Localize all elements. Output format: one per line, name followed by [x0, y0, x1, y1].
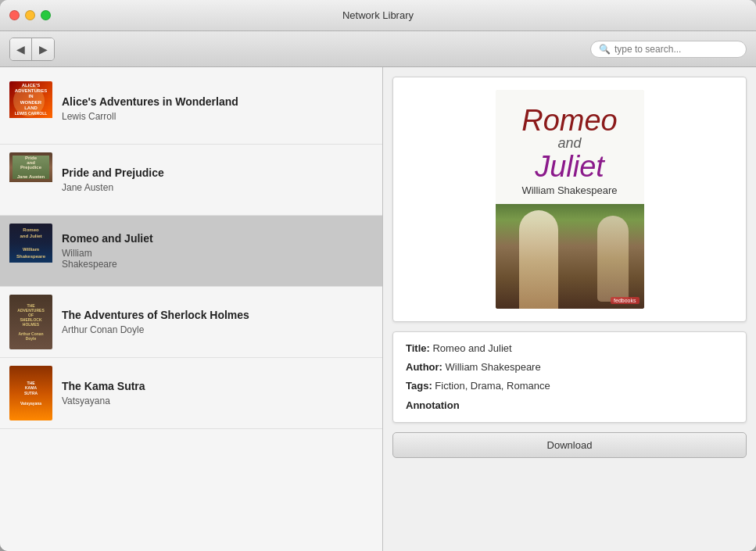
annotation-label: Annotation	[406, 399, 460, 411]
romeo-title: Romeo	[508, 106, 632, 135]
book-author: Jane Austen	[62, 182, 373, 193]
book-info: Pride and Prejudice Jane Austen	[62, 166, 373, 193]
detail-tags-row: Tags: Fiction, Drama, Romance	[406, 379, 733, 393]
book-info: The Kama Sutra Vatsyayana	[62, 380, 373, 406]
book-author: Vatsyayana	[62, 395, 373, 406]
search-icon: 🔍	[599, 44, 611, 55]
book-title: The Kama Sutra	[62, 380, 373, 392]
book-cover-romeo: Romeoand JulietWilliamShakespeare	[9, 224, 52, 278]
title-value: Romeo and Juliet	[432, 342, 511, 354]
book-info: Alice's Adventures in Wonderland Lewis C…	[62, 95, 373, 122]
close-button[interactable]	[9, 10, 20, 20]
search-box: 🔍	[590, 41, 747, 58]
book-author: Lewis Carroll	[62, 111, 373, 122]
book-info: The Adventures of Sherlock Holmes Arthur…	[62, 309, 373, 335]
preview-cover: Romeo and Juliet William Shakespeare fed…	[496, 90, 644, 309]
book-author: WilliamShakespeare	[62, 248, 373, 270]
book-cover-kama: THEKAMASUTRAVatsyayana	[9, 366, 52, 420]
titlebar-buttons	[9, 10, 51, 20]
preview-author: William Shakespeare	[508, 184, 632, 196]
tags-label: Tags:	[406, 380, 432, 392]
romeo-top: Romeo and Juliet William Shakespeare	[496, 90, 644, 204]
fedbooks-badge: fedbooks	[611, 297, 639, 304]
book-cover-alice: ALICE'SADVENTURESINWONDERLANDLEWIS CARRO…	[9, 81, 52, 136]
list-item[interactable]: THEADVENTURESOFSHERLOCKHOLMESArthur Cona…	[0, 287, 382, 358]
juliet-title: Juliet	[508, 152, 632, 181]
search-input[interactable]	[614, 44, 738, 55]
back-button[interactable]: ◀	[10, 38, 32, 60]
nav-buttons: ◀ ▶	[9, 38, 55, 61]
book-cover-sherlock: THEADVENTURESOFSHERLOCKHOLMESArthur Cona…	[9, 295, 52, 349]
book-title: Alice's Adventures in Wonderland	[62, 95, 373, 108]
list-item[interactable]: PrideandPrejudiceJane Austen Pride and P…	[0, 145, 382, 216]
minimize-button[interactable]	[25, 10, 35, 20]
list-item-selected[interactable]: Romeoand JulietWilliamShakespeare Romeo …	[0, 216, 382, 287]
detail-author-row: Author: William Shakespeare	[406, 360, 733, 374]
window-title: Network Library	[342, 9, 414, 21]
book-title: Pride and Prejudice	[62, 166, 373, 179]
book-author: Arthur Conan Doyle	[62, 324, 373, 335]
toolbar: ◀ ▶ 🔍	[0, 31, 756, 67]
maximize-button[interactable]	[41, 10, 51, 20]
detail-panel: Romeo and Juliet William Shakespeare fed…	[383, 67, 756, 551]
book-details: Title: Romeo and Juliet Author: William …	[392, 331, 747, 423]
titlebar: Network Library	[0, 0, 756, 31]
book-preview: Romeo and Juliet William Shakespeare fed…	[392, 77, 747, 322]
romeo-and: and	[508, 135, 632, 152]
book-cover-pride: PrideandPrejudiceJane Austen	[9, 152, 52, 207]
book-title: The Adventures of Sherlock Holmes	[62, 309, 373, 321]
forward-button[interactable]: ▶	[32, 38, 54, 60]
app-window: Network Library ◀ ▶ 🔍 ALICE'SADVENTURESI…	[0, 0, 756, 551]
detail-annotation-row: Annotation	[406, 399, 733, 413]
author-label: Author:	[406, 361, 442, 373]
main-content: ALICE'SADVENTURESINWONDERLANDLEWIS CARRO…	[0, 67, 756, 551]
book-info: Romeo and Juliet WilliamShakespeare	[62, 232, 373, 270]
romeo-cover-large: Romeo and Juliet William Shakespeare fed…	[496, 90, 644, 309]
book-title: Romeo and Juliet	[62, 232, 373, 245]
list-item[interactable]: THEKAMASUTRAVatsyayana The Kama Sutra Va…	[0, 358, 382, 429]
romeo-painting: fedbooks	[496, 204, 644, 309]
author-value: William Shakespeare	[446, 361, 541, 373]
detail-title-row: Title: Romeo and Juliet	[406, 342, 733, 356]
download-button[interactable]: Download	[392, 432, 747, 458]
tags-value: Fiction, Drama, Romance	[435, 380, 550, 392]
list-item[interactable]: ALICE'SADVENTURESINWONDERLANDLEWIS CARRO…	[0, 73, 382, 145]
book-list: ALICE'SADVENTURESINWONDERLANDLEWIS CARRO…	[0, 67, 383, 551]
title-label: Title:	[406, 342, 430, 354]
